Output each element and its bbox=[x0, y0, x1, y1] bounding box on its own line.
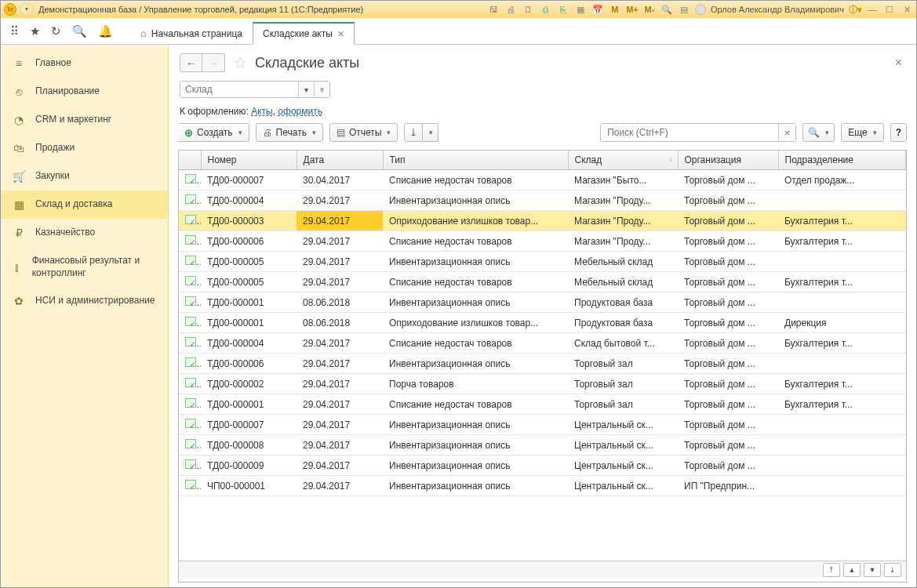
memory-m[interactable]: M bbox=[609, 3, 621, 16]
export-button[interactable]: ⤓ bbox=[404, 123, 423, 142]
print-icon[interactable]: 🖨 bbox=[505, 3, 518, 16]
more-button[interactable]: Еще▾ bbox=[841, 123, 883, 142]
sidebar-item-6[interactable]: ₽Казначейство bbox=[1, 219, 168, 247]
export-icon: ⤓ bbox=[409, 127, 417, 138]
warehouse-filter-input[interactable] bbox=[180, 82, 298, 97]
nav-first-button[interactable]: ⤒ bbox=[823, 563, 840, 577]
table-row[interactable]: ТД00-00000229.04.2017Порча товаровТоргов… bbox=[179, 374, 906, 394]
table-row[interactable]: ТД00-00000108.06.2018Инвентаризационная … bbox=[179, 292, 906, 313]
table-row[interactable]: ТД00-00000729.04.2017Инвентаризационная … bbox=[179, 415, 906, 435]
maximize-button[interactable]: ☐ bbox=[883, 3, 896, 16]
sidebar-label: НСИ и администрирование bbox=[35, 295, 155, 307]
calc-add-icon[interactable]: ⎙ bbox=[540, 3, 552, 16]
minimize-button[interactable]: — bbox=[866, 3, 879, 16]
table-row[interactable]: ТД00-00000529.04.2017Списание недостач т… bbox=[179, 272, 906, 292]
sidebar-item-2[interactable]: ◔CRM и маркетинг bbox=[1, 106, 168, 134]
export-dropdown[interactable]: ▾ bbox=[423, 123, 438, 142]
sidebar-item-3[interactable]: 🛍Продажи bbox=[1, 134, 168, 162]
nav-up-button[interactable]: ▲ bbox=[843, 563, 861, 577]
search-input[interactable] bbox=[601, 124, 778, 141]
sidebar-icon: 🛒 bbox=[12, 170, 26, 183]
close-page-button[interactable]: × bbox=[892, 53, 905, 73]
memory-m-minus[interactable]: M- bbox=[643, 3, 656, 16]
list-icon[interactable]: ▤ bbox=[678, 3, 690, 16]
table-row[interactable]: ТД00-00000129.04.2017Списание недостач т… bbox=[179, 394, 906, 415]
col-date[interactable]: Дата bbox=[297, 151, 383, 170]
tab-warehouse-acts[interactable]: Складские акты ✕ bbox=[253, 22, 355, 45]
table-row[interactable]: ТД00-00000730.04.2017Списание недостач т… bbox=[179, 170, 906, 191]
col-dep[interactable]: Подразделение bbox=[778, 151, 906, 170]
history-icon[interactable]: ↻ bbox=[51, 24, 61, 38]
col-warehouse[interactable]: Склад↓ bbox=[568, 151, 678, 170]
preview-icon[interactable]: 🗋 bbox=[522, 3, 535, 16]
link-acts[interactable]: Акты bbox=[251, 106, 273, 117]
tab-close-icon[interactable]: ✕ bbox=[337, 29, 344, 39]
save-icon[interactable]: 🖫 bbox=[488, 3, 500, 16]
table-row[interactable]: ТД00-00000329.04.2017Оприходование излиш… bbox=[179, 211, 906, 231]
calc-del-icon[interactable]: ⎘ bbox=[557, 3, 569, 16]
nav-last-button[interactable]: ⤓ bbox=[884, 563, 901, 577]
info-icon[interactable]: ⓘ▾ bbox=[849, 3, 861, 16]
table-row[interactable]: ТД00-00000429.04.2017Списание недостач т… bbox=[179, 333, 906, 354]
table-row[interactable]: ТД00-00000629.04.2017Списание недостач т… bbox=[179, 231, 906, 252]
close-window-button[interactable]: ✕ bbox=[901, 3, 913, 16]
help-button[interactable]: ? bbox=[890, 123, 907, 142]
sidebar-label: Закупки bbox=[35, 170, 70, 183]
app-logo: 1c bbox=[4, 3, 16, 16]
sidebar-label: Казначейство bbox=[35, 227, 95, 239]
doc-status-icon bbox=[185, 174, 196, 183]
user-name[interactable]: Орлов Александр Владимирович bbox=[711, 3, 844, 16]
col-number[interactable]: Номер bbox=[201, 151, 297, 170]
app-menu-dropdown[interactable]: ▾ bbox=[20, 3, 34, 16]
sidebar-item-0[interactable]: ≡Главное bbox=[1, 49, 168, 78]
table-row[interactable]: ТД00-00000108.06.2018Оприходование излиш… bbox=[179, 313, 906, 333]
memory-m-plus[interactable]: M+ bbox=[626, 3, 639, 16]
table-row[interactable]: ЧП00-00000129.04.2017Инвентаризационная … bbox=[179, 476, 906, 496]
favorite-page-icon[interactable]: ☆ bbox=[233, 53, 247, 72]
tab-home[interactable]: ⌂ Начальная страница bbox=[130, 22, 253, 44]
grid-icon[interactable]: ▦ bbox=[574, 3, 587, 16]
warehouse-filter: ▾ × bbox=[180, 81, 330, 98]
doc-status-icon bbox=[185, 419, 196, 428]
favorite-icon[interactable]: ★ bbox=[30, 24, 40, 38]
sidebar-item-1[interactable]: ⎋Планирование bbox=[1, 78, 168, 106]
home-icon: ⌂ bbox=[140, 27, 147, 39]
link-create[interactable]: оформить bbox=[278, 106, 322, 117]
nav-forward-button[interactable]: → bbox=[202, 54, 224, 71]
sidebar-icon: ₽ bbox=[12, 227, 26, 239]
search-clear[interactable]: × bbox=[778, 124, 795, 141]
col-type[interactable]: Тип bbox=[383, 151, 568, 170]
sidebar-item-5[interactable]: ▦Склад и доставка bbox=[1, 191, 168, 219]
create-button[interactable]: ⊕Создать▾ bbox=[178, 123, 249, 142]
table-row[interactable]: ТД00-00000629.04.2017Инвентаризационная … bbox=[179, 354, 906, 374]
sort-icon: ↓ bbox=[669, 154, 673, 163]
print-button[interactable]: 🖨Печать▾ bbox=[256, 123, 323, 142]
sidebar-item-7[interactable]: ⫿Финансовый результат и контроллинг bbox=[1, 247, 168, 287]
warehouse-filter-dropdown[interactable]: ▾ bbox=[298, 82, 314, 97]
plus-icon: ⊕ bbox=[184, 127, 193, 139]
bell-icon[interactable]: 🔔 bbox=[98, 24, 113, 38]
find-button[interactable]: 🔍▾ bbox=[802, 123, 835, 142]
warehouse-filter-clear[interactable]: × bbox=[314, 82, 329, 97]
nav-back-button[interactable]: ← bbox=[180, 54, 202, 71]
table-row[interactable]: ТД00-00000929.04.2017Инвентаризационная … bbox=[179, 456, 906, 476]
table-row[interactable]: ТД00-00000529.04.2017Инвентаризационная … bbox=[179, 252, 906, 272]
doc-status-icon bbox=[185, 459, 196, 469]
calendar-icon[interactable]: 📅 bbox=[591, 3, 604, 16]
sidebar-item-4[interactable]: 🛒Закупки bbox=[1, 162, 168, 191]
table-row[interactable]: ТД00-00000829.04.2017Инвентаризационная … bbox=[179, 435, 906, 456]
table-row[interactable]: ТД00-00000429.04.2017Инвентаризационная … bbox=[179, 191, 906, 211]
sidebar-item-8[interactable]: ✿НСИ и администрирование bbox=[1, 287, 168, 315]
col-org[interactable]: Организация bbox=[678, 151, 778, 170]
apps-icon[interactable]: ⠿ bbox=[10, 24, 19, 38]
search-nav-icon[interactable]: 🔍 bbox=[72, 24, 87, 38]
nav-down-button[interactable]: ▼ bbox=[864, 563, 881, 577]
doc-status-icon bbox=[185, 256, 196, 265]
reports-button[interactable]: ▤Отчеты▾ bbox=[329, 123, 398, 142]
sidebar-icon: 🛍 bbox=[12, 142, 26, 154]
doc-status-icon bbox=[185, 296, 196, 306]
col-icon[interactable] bbox=[179, 151, 201, 170]
doc-status-icon bbox=[185, 398, 196, 408]
zoom-icon[interactable]: 🔍 bbox=[660, 3, 673, 16]
sidebar-label: Продажи bbox=[35, 142, 75, 154]
